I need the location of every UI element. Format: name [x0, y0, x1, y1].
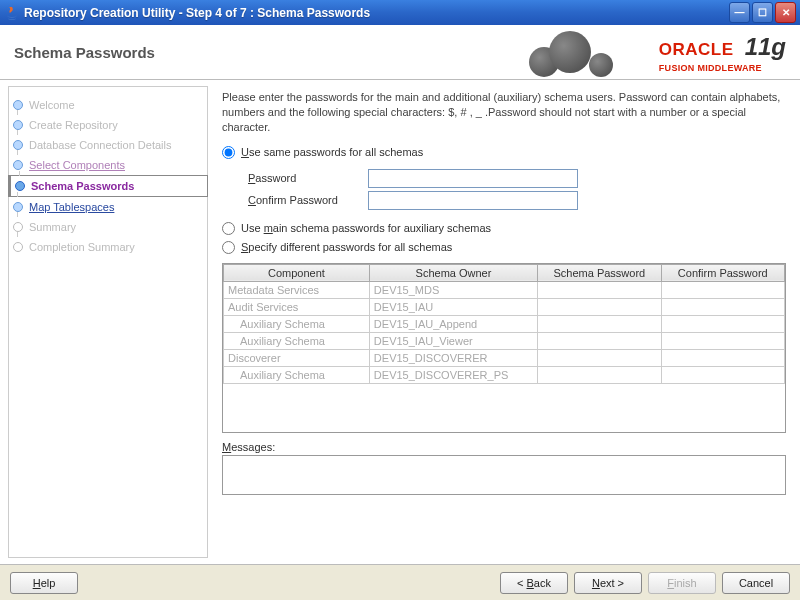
cell-owner: DEV15_IAU_Append	[369, 315, 537, 332]
step-dot-icon	[13, 120, 23, 130]
cell-owner: DEV15_IAU	[369, 298, 537, 315]
table-row: Auxiliary SchemaDEV15_IAU_Viewer	[224, 332, 785, 349]
password-label: Password	[248, 172, 368, 184]
step-label: Map Tablespaces	[29, 201, 114, 213]
table-row: Metadata ServicesDEV15_MDS	[224, 281, 785, 298]
step-label: Select Components	[29, 159, 125, 171]
close-button[interactable]: ✕	[775, 2, 796, 23]
schema-table-container: ComponentSchema OwnerSchema PasswordConf…	[222, 263, 786, 433]
radio-specify-passwords[interactable]	[222, 241, 235, 254]
cell-component: Auxiliary Schema	[224, 332, 370, 349]
page-title: Schema Passwords	[14, 44, 155, 61]
radio-same-passwords-label[interactable]: Use same passwords for all schemas	[241, 146, 423, 158]
cell-owner: DEV15_MDS	[369, 281, 537, 298]
cell-confirm	[661, 315, 784, 332]
cell-password	[538, 298, 661, 315]
oracle-logo: ORACLE 11g FUSION MIDDLEWARE	[659, 33, 786, 73]
step-label: Database Connection Details	[29, 139, 171, 151]
minimize-button[interactable]: —	[729, 2, 750, 23]
step-label: Schema Passwords	[31, 180, 134, 192]
radio-main-passwords-label[interactable]: Use main schema passwords for auxiliary …	[241, 222, 491, 234]
radio-specify-passwords-label[interactable]: Specify different passwords for all sche…	[241, 241, 452, 253]
wizard-step-1: Create Repository	[9, 115, 207, 135]
wizard-step-5[interactable]: Map Tablespaces	[9, 197, 207, 217]
cell-confirm	[661, 349, 784, 366]
table-row: Auxiliary SchemaDEV15_IAU_Append	[224, 315, 785, 332]
messages-box	[222, 455, 786, 495]
step-dot-icon	[13, 242, 23, 252]
wizard-step-4: Schema Passwords	[8, 175, 208, 197]
wizard-step-2: Database Connection Details	[9, 135, 207, 155]
step-label: Completion Summary	[29, 241, 135, 253]
schema-table: ComponentSchema OwnerSchema PasswordConf…	[223, 264, 785, 384]
radio-main-passwords[interactable]	[222, 222, 235, 235]
wizard-content: Please enter the passwords for the main …	[216, 86, 792, 558]
radio-specify-passwords-row: Specify different passwords for all sche…	[222, 241, 786, 254]
radio-same-passwords-row: Use same passwords for all schemas	[222, 146, 786, 159]
wizard-step-3[interactable]: Select Components	[9, 155, 207, 175]
cell-component: Discoverer	[224, 349, 370, 366]
step-dot-icon	[13, 222, 23, 232]
cell-confirm	[661, 298, 784, 315]
cell-confirm	[661, 366, 784, 383]
cell-password	[538, 349, 661, 366]
confirm-password-input[interactable]	[368, 191, 578, 210]
cell-confirm	[661, 332, 784, 349]
wizard-footer: Help < Back Next > Finish Cancel	[0, 564, 800, 600]
next-button[interactable]: Next >	[574, 572, 642, 594]
step-label: Welcome	[29, 99, 75, 111]
table-row: Audit ServicesDEV15_IAU	[224, 298, 785, 315]
column-header[interactable]: Schema Owner	[369, 264, 537, 281]
column-header[interactable]: Component	[224, 264, 370, 281]
wizard-header: Schema Passwords ORACLE 11g FUSION MIDDL…	[0, 25, 800, 80]
column-header[interactable]: Schema Password	[538, 264, 661, 281]
cell-password	[538, 332, 661, 349]
step-dot-icon	[13, 202, 23, 212]
instructions-text: Please enter the passwords for the main …	[222, 90, 786, 135]
password-input[interactable]	[368, 169, 578, 188]
step-dot-icon	[13, 100, 23, 110]
step-dot-icon	[13, 140, 23, 150]
cell-owner: DEV15_IAU_Viewer	[369, 332, 537, 349]
step-label: Create Repository	[29, 119, 118, 131]
table-row: Auxiliary SchemaDEV15_DISCOVERER_PS	[224, 366, 785, 383]
password-fields: Password Confirm Password	[248, 166, 786, 213]
radio-main-passwords-row: Use main schema passwords for auxiliary …	[222, 222, 786, 235]
cell-component: Auxiliary Schema	[224, 315, 370, 332]
table-row: DiscovererDEV15_DISCOVERER	[224, 349, 785, 366]
gears-graphic	[479, 33, 639, 73]
wizard-steps-sidebar: WelcomeCreate RepositoryDatabase Connect…	[8, 86, 208, 558]
cell-component: Auxiliary Schema	[224, 366, 370, 383]
confirm-password-label: Confirm Password	[248, 194, 368, 206]
cell-component: Metadata Services	[224, 281, 370, 298]
branding: ORACLE 11g FUSION MIDDLEWARE	[479, 33, 786, 73]
step-dot-icon	[13, 160, 23, 170]
cell-password	[538, 366, 661, 383]
radio-same-passwords[interactable]	[222, 146, 235, 159]
step-label: Summary	[29, 221, 76, 233]
cell-password	[538, 281, 661, 298]
maximize-button[interactable]: ☐	[752, 2, 773, 23]
step-dot-icon	[15, 181, 25, 191]
cell-password	[538, 315, 661, 332]
cell-confirm	[661, 281, 784, 298]
wizard-step-7: Completion Summary	[9, 237, 207, 257]
cell-component: Audit Services	[224, 298, 370, 315]
column-header[interactable]: Confirm Password	[661, 264, 784, 281]
cell-owner: DEV15_DISCOVERER_PS	[369, 366, 537, 383]
window-title: Repository Creation Utility - Step 4 of …	[24, 6, 727, 20]
wizard-step-6: Summary	[9, 217, 207, 237]
window-titlebar: Repository Creation Utility - Step 4 of …	[0, 0, 800, 25]
messages-label: Messages:	[222, 441, 786, 453]
cell-owner: DEV15_DISCOVERER	[369, 349, 537, 366]
wizard-step-0: Welcome	[9, 95, 207, 115]
finish-button: Finish	[648, 572, 716, 594]
cancel-button[interactable]: Cancel	[722, 572, 790, 594]
java-icon	[4, 5, 20, 21]
back-button[interactable]: < Back	[500, 572, 568, 594]
help-button[interactable]: Help	[10, 572, 78, 594]
